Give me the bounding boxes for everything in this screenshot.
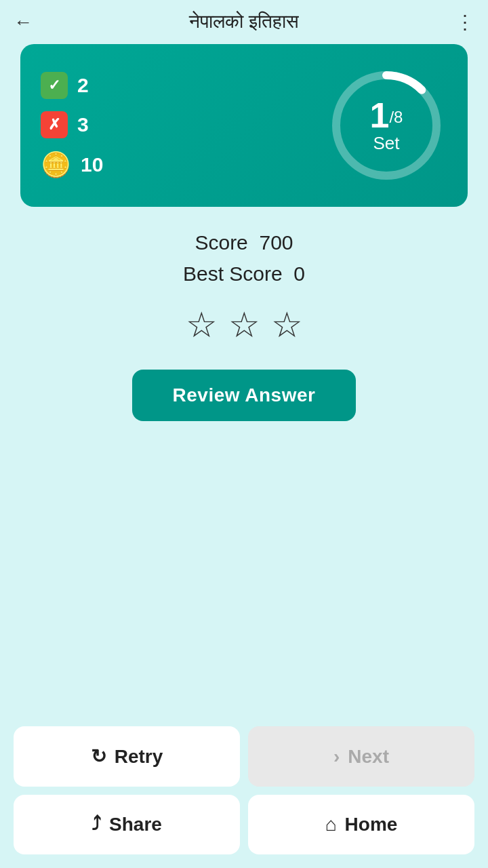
share-label: Share xyxy=(109,814,162,835)
coins-count: 10 xyxy=(81,153,103,176)
correct-count: 2 xyxy=(77,74,89,97)
home-label: Home xyxy=(345,814,398,835)
score-display: Score 700 xyxy=(195,231,293,254)
share-icon: ⤴ xyxy=(92,814,101,835)
header: ← नेपालको इतिहास ⋮ xyxy=(0,0,488,44)
stars-row: ☆ ☆ ☆ xyxy=(186,304,303,345)
coins-icon: 🪙 xyxy=(41,151,71,179)
bottom-buttons: ↻ Retry › Next ⤴ Share ⌂ Home xyxy=(0,726,488,868)
progress-circle: 1/8 Set xyxy=(325,64,447,186)
coins-stat: 🪙 10 xyxy=(41,151,103,179)
retry-label: Retry xyxy=(115,746,163,768)
star-2: ☆ xyxy=(228,304,260,345)
menu-button[interactable]: ⋮ xyxy=(455,11,474,33)
next-label: Next xyxy=(348,746,389,768)
set-current: 1 xyxy=(370,96,390,135)
back-button[interactable]: ← xyxy=(14,12,33,33)
score-card: ✓ 2 ✗ 3 🪙 10 1/8 Set xyxy=(20,44,468,207)
home-button[interactable]: ⌂ Home xyxy=(248,795,474,854)
share-button[interactable]: ⤴ Share xyxy=(14,795,240,854)
wrong-stat: ✗ 3 xyxy=(41,111,103,138)
main-content: ✓ 2 ✗ 3 🪙 10 1/8 Set xyxy=(0,44,488,726)
star-3: ☆ xyxy=(271,304,303,345)
next-icon: › xyxy=(333,746,340,768)
next-button[interactable]: › Next xyxy=(248,726,474,787)
correct-badge: ✓ xyxy=(41,72,68,99)
secondary-btn-row: ⤴ Share ⌂ Home xyxy=(14,795,474,854)
home-icon: ⌂ xyxy=(325,814,337,835)
page-title: नेपालको इतिहास xyxy=(33,11,455,33)
primary-btn-row: ↻ Retry › Next xyxy=(14,726,474,787)
wrong-badge: ✗ xyxy=(41,111,68,138)
circle-label: 1/8 Set xyxy=(370,98,403,154)
set-label: Set xyxy=(370,133,403,154)
wrong-count: 3 xyxy=(77,113,89,136)
retry-icon: ↻ xyxy=(91,745,106,768)
correct-stat: ✓ 2 xyxy=(41,72,103,99)
set-total: /8 xyxy=(389,108,403,126)
retry-button[interactable]: ↻ Retry xyxy=(14,726,240,787)
review-answer-button[interactable]: Review Answer xyxy=(132,370,357,421)
star-1: ☆ xyxy=(186,304,218,345)
score-stats: ✓ 2 ✗ 3 🪙 10 xyxy=(41,72,103,179)
best-score-display: Best Score 0 xyxy=(183,262,305,285)
